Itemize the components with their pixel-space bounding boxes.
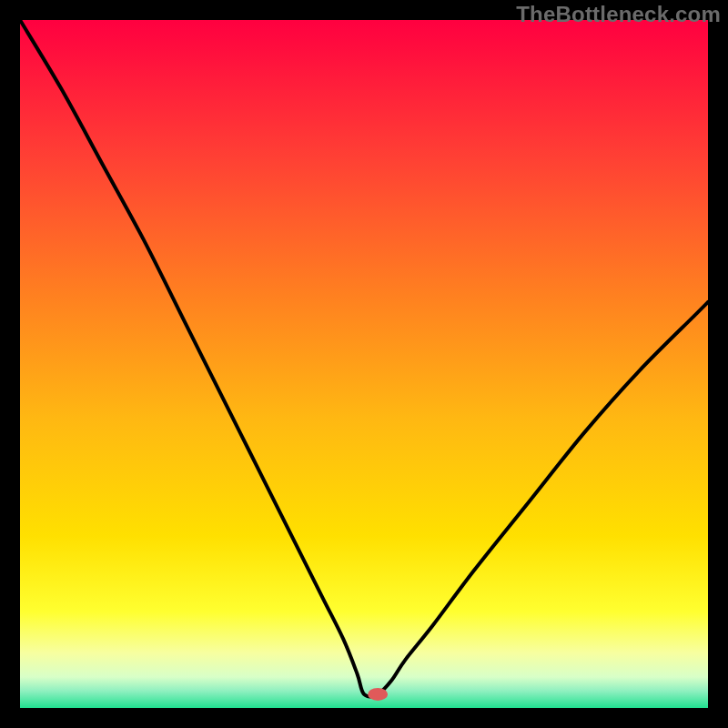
chart-svg xyxy=(20,20,708,708)
watermark-text: TheBottleneck.com xyxy=(516,2,721,27)
chart-frame: TheBottleneck.com xyxy=(0,0,728,728)
chart-plot-area xyxy=(20,20,708,708)
optimum-marker xyxy=(368,688,388,701)
heatmap-background xyxy=(20,20,708,708)
